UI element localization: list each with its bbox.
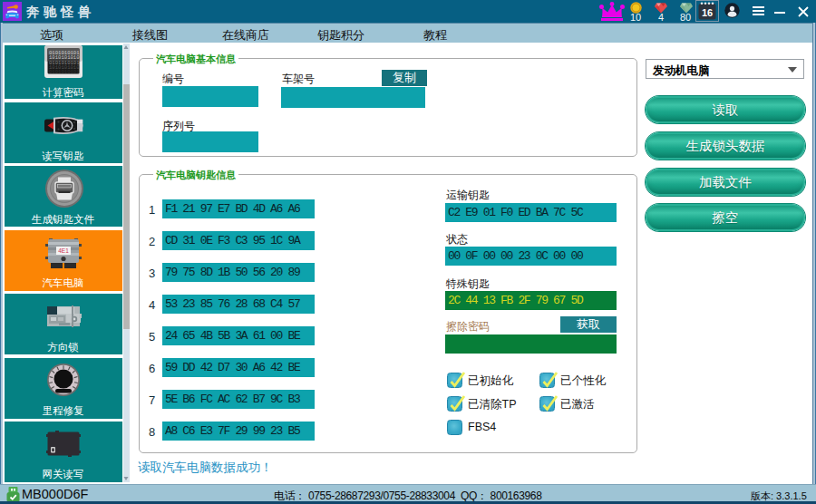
- svg-text:16: 16: [702, 7, 713, 18]
- svg-text:4E1: 4E1: [58, 247, 69, 254]
- svg-text:0101010101: 0101010101: [49, 69, 80, 75]
